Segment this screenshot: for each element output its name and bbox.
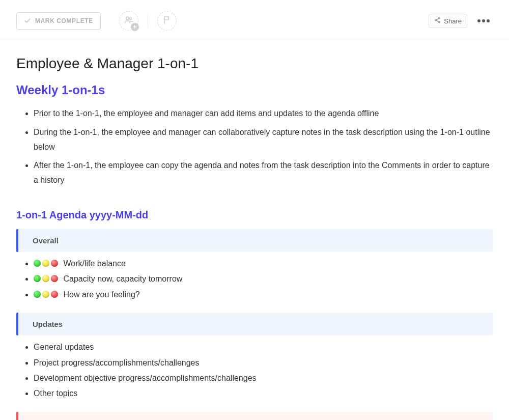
updates-block-header[interactable]: Updates [16,313,493,335]
list-item[interactable]: Development objective progress/accomplis… [34,371,493,386]
list-item-text: How are you feeling? [63,290,139,299]
overall-heading: Overall [33,236,59,245]
flag-icon [162,15,172,26]
rag-icon [34,260,58,267]
list-item-text: Work/life balance [63,259,125,268]
overall-block-header[interactable]: Overall [16,229,493,252]
rag-icon [34,275,58,282]
weekly-list: Prior to the 1-on-1, the employee and ma… [16,105,493,191]
toolbar: MARK COMPLETE + Share [0,0,509,40]
updates-heading: Updates [33,320,63,328]
dot-icon [487,19,490,22]
mark-complete-label: MARK COMPLETE [35,17,93,24]
list-item[interactable]: Project progress/accomplishments/challen… [34,355,493,371]
list-item[interactable]: Work/life balance [34,256,493,271]
action-items-block-header[interactable]: Action Items [16,412,493,420]
dot-icon [482,19,485,22]
updates-list: General updates Project progress/accompl… [16,340,493,402]
overall-list: Work/life balance Capacity now, capacity… [16,256,493,302]
share-button[interactable]: Share [429,14,467,28]
list-item[interactable]: How are you feeling? [34,287,493,302]
list-item[interactable]: Other topics [34,386,493,401]
mark-complete-button[interactable]: MARK COMPLETE [16,12,101,30]
weekly-heading-link[interactable]: Weekly 1-on-1s [16,83,493,97]
list-item[interactable]: General updates [34,340,493,355]
check-icon [24,17,31,24]
svg-point-0 [126,17,129,19]
plus-icon: + [131,23,139,31]
share-icon [434,17,441,25]
more-menu-button[interactable] [474,16,493,25]
list-item[interactable]: Capacity now, capacity tomorrow [34,271,493,287]
page-title[interactable]: Employee & Manager 1-on-1 [16,55,493,72]
agenda-heading-link[interactable]: 1-on-1 Agenda yyyy-MM-dd [16,209,493,221]
dot-icon [477,19,480,22]
list-item-text: Capacity now, capacity tomorrow [63,274,182,283]
share-label: Share [444,17,462,25]
list-item[interactable]: During the 1-on-1, the employee and mana… [34,124,493,158]
svg-point-1 [129,18,131,20]
list-item[interactable]: Prior to the 1-on-1, the employee and ma… [34,105,493,124]
toolbar-separator [148,14,148,27]
document-body: Employee & Manager 1-on-1 Weekly 1-on-1s… [0,40,509,420]
list-item[interactable]: After the 1-on-1, the employee can copy … [34,157,493,191]
rag-icon [34,291,58,298]
priority-flag-button[interactable] [157,11,177,31]
assignees-add-button[interactable]: + [119,11,138,31]
